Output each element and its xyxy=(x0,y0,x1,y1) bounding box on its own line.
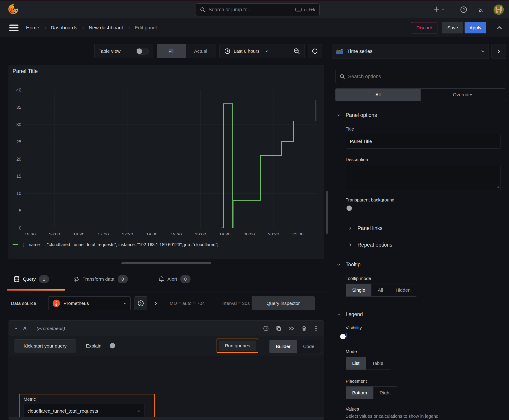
discard-button[interactable]: Discard xyxy=(411,22,437,33)
query-inspector-button[interactable]: Query inspector xyxy=(251,296,315,310)
tab-all[interactable]: All xyxy=(335,89,421,101)
fill-option[interactable]: Fill xyxy=(157,44,186,58)
drag-grip-icon[interactable] xyxy=(314,326,318,331)
x-tick-label: 17:30 xyxy=(122,232,133,235)
table-view-toggle[interactable] xyxy=(136,48,149,54)
chevron-down-icon xyxy=(265,49,269,53)
news-rss-icon[interactable] xyxy=(478,6,485,13)
search-options-input[interactable]: Search options xyxy=(335,69,506,84)
visibility-label: Visibility xyxy=(346,325,362,330)
tooltip-single-option[interactable]: Single xyxy=(346,284,372,296)
expand-chevron-icon[interactable] xyxy=(153,300,158,307)
legend-header[interactable]: Legend xyxy=(337,311,363,317)
visibility-toggle[interactable] xyxy=(346,333,347,338)
timeseries-chart[interactable]: 051015202530354015:3016:0016:3017:0017:3… xyxy=(9,78,324,235)
x-tick-label: 15:30 xyxy=(24,232,36,235)
search-placeholder: Search or jump to... xyxy=(208,7,292,13)
apply-button[interactable]: Apply xyxy=(464,22,486,33)
explain-label: Explain xyxy=(86,339,101,352)
svg-text:?: ? xyxy=(140,301,142,305)
save-button[interactable]: Save xyxy=(442,22,463,33)
code-option[interactable]: Code xyxy=(297,340,320,353)
metric-label: Metric xyxy=(23,397,150,402)
tab-query-count: 1 xyxy=(39,275,49,283)
fill-actual-switch: Fill Actual xyxy=(157,44,215,58)
y-tick-label: 35 xyxy=(16,105,21,110)
scrollbar[interactable] xyxy=(326,191,328,234)
resize-grip-icon[interactable] xyxy=(495,185,499,188)
query-ref-id[interactable]: A xyxy=(23,326,27,331)
builder-option[interactable]: Builder xyxy=(270,340,297,353)
database-icon xyxy=(14,276,20,283)
kick-start-button[interactable]: Kick start your query xyxy=(14,339,76,352)
x-tick-label: 17:00 xyxy=(97,232,109,235)
tab-query[interactable]: Query 1 xyxy=(14,272,49,286)
datasource-picker[interactable]: Prometheus xyxy=(48,296,131,310)
breadcrumb-dashboards[interactable]: Dashboards xyxy=(51,25,77,31)
actual-option[interactable]: Actual xyxy=(186,44,215,58)
tab-alert-count: 0 xyxy=(180,275,190,283)
query-row-header[interactable]: A (Prometheus) ? xyxy=(9,321,324,336)
tab-alert[interactable]: Alert 0 xyxy=(159,272,190,286)
description-textarea[interactable] xyxy=(346,165,501,190)
grafana-logo-icon[interactable] xyxy=(8,4,18,14)
viz-picker[interactable]: Time series xyxy=(332,44,489,59)
legend-placement-switch: Bottom Right xyxy=(346,386,397,399)
transform-icon xyxy=(73,276,79,282)
duplicate-icon[interactable] xyxy=(276,326,281,331)
collapse-chevron-icon[interactable] xyxy=(14,326,18,330)
datasource-name: Prometheus xyxy=(63,301,89,306)
refresh-button[interactable] xyxy=(308,44,322,58)
panel-options-header[interactable]: Panel options xyxy=(337,112,377,118)
tab-transform[interactable]: Transform data 0 xyxy=(73,272,128,286)
chevron-down-icon xyxy=(337,313,341,316)
tab-alert-label: Alert xyxy=(167,276,177,282)
tooltip-header[interactable]: Tooltip xyxy=(337,262,360,268)
tab-overrides[interactable]: Overrides xyxy=(421,89,506,101)
y-tick-label: 30 xyxy=(16,122,21,127)
tooltip-all-option[interactable]: All xyxy=(372,284,389,296)
keyboard-icon xyxy=(295,7,302,12)
panel-links-section[interactable]: Panel links xyxy=(348,222,382,234)
y-tick-label: 5 xyxy=(19,208,21,213)
transparent-bg-toggle[interactable] xyxy=(346,205,346,209)
collapse-options-button[interactable] xyxy=(492,44,506,59)
metric-value: cloudflared_tunnel_total_requests xyxy=(27,408,98,414)
trash-icon[interactable] xyxy=(301,326,307,331)
metric-select[interactable]: cloudflared_tunnel_total_requests xyxy=(23,404,145,418)
panel-title-input[interactable] xyxy=(346,134,501,149)
placement-bottom-option[interactable]: Bottom xyxy=(346,387,373,399)
global-search-input[interactable]: Search or jump to... ctrl+k xyxy=(196,3,319,16)
legend-heading: Legend xyxy=(346,311,363,317)
zoom-out-icon[interactable] xyxy=(289,44,304,58)
tooltip-hidden-option[interactable]: Hidden xyxy=(389,284,417,296)
breadcrumb-home[interactable]: Home xyxy=(26,25,39,31)
avatar[interactable] xyxy=(493,4,504,15)
repeat-options-section[interactable]: Repeat options xyxy=(348,239,392,251)
query-help-icon[interactable]: ? xyxy=(263,326,269,331)
add-new-button[interactable] xyxy=(433,6,445,12)
chart-legend[interactable]: {__name__="cloudflared_tunnel_total_requ… xyxy=(13,242,219,247)
run-queries-button[interactable]: Run queries xyxy=(219,341,256,351)
query-stats-interval: Interval = 30s xyxy=(221,296,250,310)
help-icon[interactable]: ? xyxy=(460,6,467,13)
eye-icon[interactable] xyxy=(288,326,295,331)
datasource-help-button[interactable]: ? xyxy=(134,296,147,310)
x-tick-label: 21:00 xyxy=(292,232,304,235)
menu-icon[interactable] xyxy=(9,24,19,32)
chevron-down-icon xyxy=(337,263,341,267)
explain-toggle[interactable] xyxy=(109,342,109,347)
all-overrides-tabs: All Overrides xyxy=(335,88,506,101)
table-view-label: Table view xyxy=(99,48,121,54)
chevron-up-icon[interactable] xyxy=(496,24,503,31)
legend-list-option[interactable]: List xyxy=(346,357,366,369)
placement-right-option[interactable]: Right xyxy=(373,387,397,399)
breadcrumb-new-dashboard[interactable]: New dashboard xyxy=(89,25,123,31)
legend-table-option[interactable]: Table xyxy=(366,357,390,369)
query-editor: A (Prometheus) ? Kick start your query E… xyxy=(8,320,324,420)
resize-handle[interactable] xyxy=(122,262,211,264)
x-tick-label: 16:30 xyxy=(73,232,84,235)
viz-type-label: Time series xyxy=(347,48,372,54)
y-tick-label: 25 xyxy=(16,139,21,144)
time-range-picker[interactable]: Last 6 hours xyxy=(220,48,289,54)
